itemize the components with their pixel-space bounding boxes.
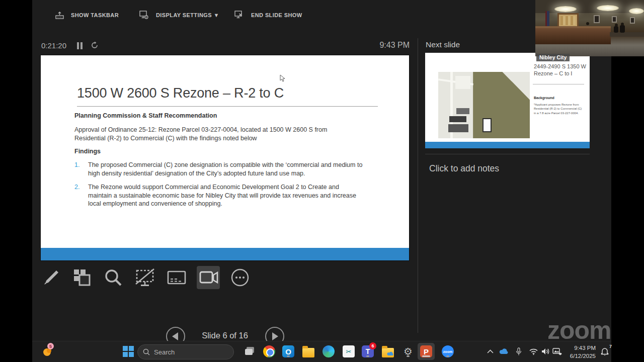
slide-heading-findings: Findings bbox=[74, 148, 101, 155]
volume-tray-icon[interactable] bbox=[540, 345, 551, 358]
pen-tool-button[interactable] bbox=[39, 266, 62, 289]
edge-icon[interactable] bbox=[322, 345, 335, 358]
bell-badge: 7 bbox=[609, 344, 612, 349]
council-chamber-scene bbox=[535, 0, 644, 56]
slide-heading-recommendation: Planning Commission & Staff Recommendati… bbox=[74, 112, 217, 119]
mouse-cursor bbox=[280, 74, 286, 84]
teams-badge: 6 bbox=[369, 342, 376, 349]
slide-paragraph-approval: Approval of Ordinance 25-12: Rezone Parc… bbox=[74, 126, 357, 142]
next-slide-accent-bar bbox=[425, 142, 590, 148]
teams-icon[interactable]: T 6 bbox=[361, 345, 374, 358]
onedrive-tray-icon[interactable] bbox=[498, 345, 509, 358]
display-settings-label: DISPLAY SETTINGS ▼ bbox=[156, 12, 219, 18]
finding-item-2: 2. The Rezone would support Commercial a… bbox=[74, 183, 364, 208]
current-time: 9:43 PM bbox=[353, 41, 410, 50]
show-taskbar-label: SHOW TASKBAR bbox=[71, 12, 119, 18]
tray-date: 6/12/2025 bbox=[561, 352, 596, 360]
end-slide-show-button[interactable]: END SLIDE SHOW bbox=[234, 10, 302, 20]
display-settings-icon bbox=[139, 11, 149, 20]
more-options-button[interactable] bbox=[228, 266, 252, 289]
powerpoint-icon[interactable]: P bbox=[420, 345, 433, 358]
shared-screen-presenter-view: SHOW TASKBAR DISPLAY SETTINGS ▼ END SLID… bbox=[32, 0, 611, 362]
restart-timer-button[interactable] bbox=[91, 41, 99, 51]
zoom-slide-button[interactable] bbox=[102, 266, 125, 289]
notes-divider bbox=[425, 154, 590, 154]
see-all-slides-button[interactable] bbox=[70, 266, 94, 289]
tray-chevron-icon[interactable] bbox=[485, 345, 495, 358]
onedrive-folder-icon[interactable] bbox=[381, 345, 394, 358]
notification-bell-icon[interactable]: 7 bbox=[599, 345, 611, 358]
current-slide: 1500 W 2600 S Rezone – R-2 to C Planning… bbox=[41, 55, 409, 260]
next-slide-label: Next slide bbox=[426, 40, 460, 49]
settings-icon[interactable]: ⚙ bbox=[401, 345, 415, 358]
black-screen-button[interactable] bbox=[133, 266, 156, 289]
chrome-icon[interactable] bbox=[263, 345, 276, 358]
windows-logo-icon bbox=[123, 346, 134, 357]
subtitles-button[interactable] bbox=[165, 266, 188, 289]
file-explorer-icon[interactable] bbox=[302, 345, 315, 358]
outlook-icon[interactable]: O bbox=[282, 345, 295, 358]
windows-taskbar: 5 O ✂ T 6 bbox=[32, 341, 611, 362]
next-slide-title-rule bbox=[533, 84, 584, 84]
show-taskbar-button[interactable]: SHOW TASKBAR bbox=[55, 10, 119, 20]
end-slide-show-label: END SLIDE SHOW bbox=[251, 12, 302, 18]
pause-timer-button[interactable] bbox=[76, 42, 84, 49]
screen: SHOW TASKBAR DISPLAY SETTINGS ▼ END SLID… bbox=[0, 0, 644, 362]
slide-counter: Slide 6 of 16 bbox=[195, 331, 255, 340]
finding-text-2: The Rezone would support Commercial and … bbox=[88, 183, 364, 208]
search-input[interactable] bbox=[154, 348, 219, 356]
cloud-overlay-icon bbox=[387, 352, 394, 356]
display-settings-button[interactable]: DISPLAY SETTINGS ▼ bbox=[139, 10, 219, 20]
webcam-watermark: Nibley City bbox=[536, 54, 570, 61]
start-button[interactable] bbox=[122, 345, 135, 358]
notification-bubble-icon[interactable]: 5 bbox=[41, 345, 54, 358]
side-table bbox=[610, 32, 644, 37]
elapsed-timer: 0:21:20 bbox=[41, 41, 66, 50]
zoom-app-icon[interactable]: zoom bbox=[441, 345, 454, 358]
next-arrow-icon bbox=[272, 332, 278, 340]
notes-placeholder[interactable]: Click to add notes bbox=[429, 163, 499, 174]
slide-title: 1500 W 2600 S Rezone – R-2 to C bbox=[77, 85, 379, 101]
finding-item-1: 1. The proposed Commercial (C) zone desi… bbox=[74, 161, 364, 177]
next-slide-thumbnail[interactable]: 2449-2490 S 1350 W Rezone – C to I Backg… bbox=[425, 53, 590, 148]
tray-clock[interactable]: 9:43 PM 6/12/2025 bbox=[561, 344, 596, 360]
finding-number-2: 2. bbox=[74, 183, 79, 192]
tray-time: 9:43 PM bbox=[561, 344, 596, 352]
notification-badge: 5 bbox=[47, 343, 54, 349]
camera-toggle-button[interactable] bbox=[197, 266, 220, 289]
wifi-tray-icon[interactable] bbox=[528, 345, 539, 358]
panel-divider bbox=[418, 38, 418, 333]
taskbar-search[interactable] bbox=[137, 344, 234, 359]
slide-accent-bar bbox=[41, 248, 409, 260]
webcam-video: Nibley City bbox=[535, 0, 644, 56]
finding-number-1: 1. bbox=[74, 161, 79, 169]
council-dais bbox=[535, 28, 611, 44]
task-view-button[interactable] bbox=[243, 345, 256, 358]
next-slide-title: 2449-2490 S 1350 W Rezone – C to I bbox=[534, 63, 586, 77]
next-slide-body: *Applicant proposes Rezone from Resident… bbox=[534, 103, 583, 115]
search-icon bbox=[143, 348, 150, 355]
slide-title-rule bbox=[77, 106, 378, 107]
end-slide-show-icon bbox=[234, 11, 244, 20]
thumbnail-map-image bbox=[438, 72, 530, 138]
next-slide-heading: Background bbox=[534, 96, 554, 100]
snipping-tool-icon[interactable]: ✂ bbox=[342, 345, 355, 358]
finding-text-1: The proposed Commercial (C) zone designa… bbox=[88, 161, 364, 177]
microphone-tray-icon[interactable] bbox=[514, 345, 523, 358]
show-taskbar-icon bbox=[55, 11, 64, 20]
previous-arrow-icon bbox=[172, 332, 178, 340]
